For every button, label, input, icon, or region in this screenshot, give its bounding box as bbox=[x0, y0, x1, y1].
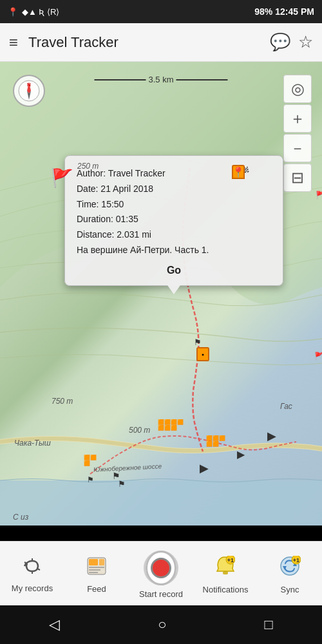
notifications-label: Notifications bbox=[203, 585, 249, 594]
status-right: 98% 12:45 PM bbox=[254, 6, 314, 17]
my-records-label: My records bbox=[12, 583, 53, 593]
hamburger-menu-button[interactable]: ≡ bbox=[9, 33, 18, 52]
map-pin-1: ⚑ bbox=[194, 337, 202, 347]
zoom-in-button[interactable]: ＋ bbox=[283, 104, 312, 133]
track-cluster-2: 🟧🟧🟧🟧🟧 bbox=[206, 435, 225, 447]
distance-line: 3.5 km bbox=[94, 75, 227, 84]
recents-button[interactable]: □ bbox=[260, 611, 278, 638]
nav-my-records[interactable]: My records bbox=[0, 542, 64, 605]
status-bar: 📍 ◆▲ Ʀ ⟨R⟩ 98% 12:45 PM bbox=[0, 0, 322, 23]
map-location-button[interactable]: ◎ bbox=[283, 75, 312, 103]
sync-label: Sync bbox=[281, 585, 299, 594]
track-marker-3: 🚩 bbox=[314, 352, 322, 361]
play-flag-1: ▶ bbox=[267, 429, 276, 443]
track-popup[interactable]: 🚩 Author: Travel Tracker Date: 21 April … bbox=[64, 155, 283, 286]
map-label-city: С из bbox=[13, 513, 28, 522]
track-marker-2: 🚩 bbox=[316, 191, 322, 200]
star-icon-button[interactable]: ☆ bbox=[298, 32, 313, 52]
map-label-chaka: Чака-Тыш bbox=[14, 439, 51, 448]
distance-label: 3.5 km bbox=[148, 75, 173, 84]
distance-marker: 3.5 km bbox=[94, 75, 227, 84]
play-flag-2: ▶ bbox=[237, 448, 245, 460]
feed-label: Feed bbox=[87, 584, 106, 594]
layers-button[interactable]: ⊟ bbox=[283, 164, 312, 192]
record-dot bbox=[151, 558, 171, 578]
location-icon: 📍 bbox=[8, 7, 18, 17]
map-controls: ◎ ＋ － ⊟ bbox=[283, 75, 312, 193]
track-point-2: ▪ bbox=[196, 347, 209, 361]
nav-notifications[interactable]: +1 Notifications bbox=[193, 542, 258, 605]
app-title: Travel Tracker bbox=[28, 34, 262, 51]
map-label-gas: Гас bbox=[280, 402, 292, 411]
track-cluster-3: 🟧🟧🟧 bbox=[84, 455, 97, 466]
popup-duration: Duration: 01:35 bbox=[77, 212, 271, 227]
play-flag-3: ▶ bbox=[200, 461, 209, 475]
popup-date: Date: 21 April 2018 bbox=[77, 182, 271, 197]
play-flag-5: ⚑ bbox=[87, 475, 94, 484]
system-nav-bar: ◁ ○ □ bbox=[0, 605, 322, 644]
play-flag-6: ⚑ bbox=[118, 479, 126, 489]
battery-text: 98% bbox=[254, 6, 272, 17]
status-icons: 📍 ◆▲ Ʀ ⟨R⟩ bbox=[8, 7, 59, 17]
start-record-icon bbox=[144, 551, 178, 585]
svg-rect-11 bbox=[223, 571, 228, 574]
nav-feed[interactable]: Feed bbox=[64, 542, 129, 605]
track-cluster-1: 🟧🟧🟧🟧🟧🟧🟧 bbox=[158, 419, 184, 431]
nav-start-record[interactable]: Start record bbox=[129, 542, 193, 605]
popup-flag-icon: 🚩 bbox=[51, 167, 73, 189]
nav-sync[interactable]: +1 Sync bbox=[258, 542, 322, 605]
compass: N bbox=[13, 75, 45, 107]
popup-distance: Distance: 2.031 mi bbox=[77, 227, 271, 243]
track-point-1: 📍 bbox=[232, 165, 245, 179]
back-button[interactable]: ◁ bbox=[44, 611, 65, 638]
bottom-nav: My records Feed Start record bbox=[0, 541, 322, 605]
app-bar: ≡ Travel Tracker 💬 ☆ bbox=[0, 23, 322, 62]
go-button[interactable]: Go bbox=[77, 265, 271, 276]
my-records-icon bbox=[22, 557, 43, 580]
zoom-out-button[interactable]: － bbox=[283, 134, 312, 162]
time-text: 12:45 PM bbox=[275, 6, 314, 17]
notifications-icon: +1 bbox=[216, 556, 235, 581]
chat-icon-button[interactable]: 💬 bbox=[270, 32, 290, 52]
map-view[interactable]: 3.5 km N ◎ ＋ － ⊟ 🚩 Author: Travel Tracke… bbox=[0, 62, 322, 526]
svg-text:+1: +1 bbox=[293, 557, 299, 564]
feed-icon bbox=[86, 556, 107, 580]
home-button[interactable]: ○ bbox=[153, 611, 171, 638]
popup-time: Time: 15:50 bbox=[77, 197, 271, 213]
map-label-750m: 750 m bbox=[52, 397, 73, 406]
contour-lines bbox=[0, 62, 322, 526]
svg-rect-6 bbox=[89, 559, 98, 565]
start-record-label: Start record bbox=[139, 589, 183, 599]
svg-text:N: N bbox=[27, 82, 31, 88]
signal-icons: ◆▲ Ʀ ⟨R⟩ bbox=[22, 7, 59, 17]
map-label-250m: 250 m bbox=[77, 162, 99, 171]
svg-rect-7 bbox=[99, 559, 104, 565]
svg-rect-0 bbox=[0, 480, 322, 526]
sync-icon: +1 bbox=[279, 556, 301, 581]
map-label-500m: 500 m bbox=[129, 426, 150, 435]
popup-description: На вершине Ай-Петри. Часть 1. bbox=[77, 243, 271, 258]
svg-text:+1: +1 bbox=[227, 557, 234, 564]
